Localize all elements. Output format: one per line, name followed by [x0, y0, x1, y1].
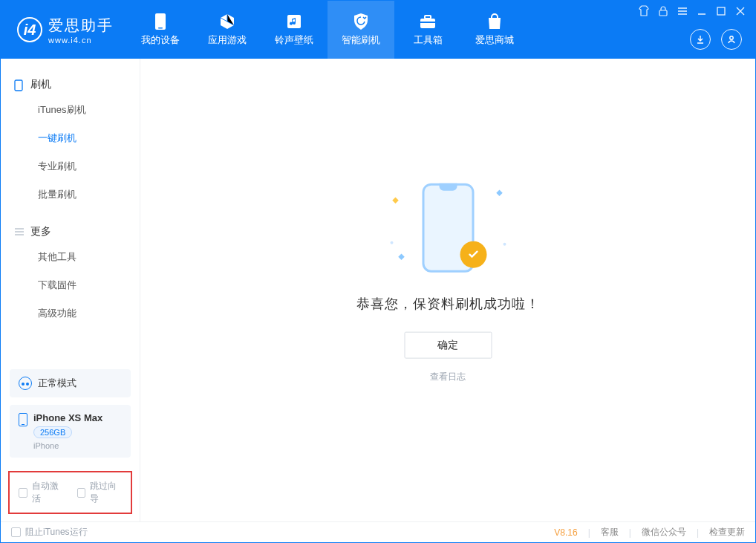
checkbox-label: 跳过向导: [90, 480, 122, 505]
footer-link-wechat[interactable]: 微信公众号: [642, 526, 686, 539]
success-illustration: [388, 177, 507, 281]
nav-label: 爱思商城: [475, 33, 514, 47]
svg-point-8: [730, 36, 733, 39]
shield-icon: [352, 13, 370, 30]
list-icon: [14, 227, 25, 237]
sidebar-group-flash: 刷机 iTunes刷机 一键刷机 专业刷机 批量刷机: [1, 68, 140, 215]
device-panel: 正常模式 iPhone XS Max 256GB iPhone: [1, 369, 140, 471]
device-type: iPhone: [33, 441, 102, 450]
ok-button[interactable]: 确定: [404, 331, 492, 358]
checkbox-auto-activate[interactable]: 自动激活: [19, 480, 64, 505]
footer-link-service[interactable]: 客服: [601, 526, 619, 539]
device-card[interactable]: iPhone XS Max 256GB iPhone: [10, 405, 131, 458]
sidebar-item-itunes[interactable]: iTunes刷机: [1, 96, 140, 124]
svg-rect-4: [425, 16, 431, 19]
user-button[interactable]: [721, 29, 742, 50]
close-icon[interactable]: [734, 5, 746, 17]
sidebar: 刷机 iTunes刷机 一键刷机 专业刷机 批量刷机 更多 其他工具 下载固件 …: [1, 59, 140, 521]
bag-icon: [486, 13, 504, 30]
sidebar-item-batch[interactable]: 批量刷机: [1, 181, 140, 209]
nav-ringtones[interactable]: 铃声壁纸: [261, 1, 328, 59]
body: 刷机 iTunes刷机 一键刷机 专业刷机 批量刷机 更多 其他工具 下载固件 …: [1, 59, 755, 521]
sidebar-group-more: 更多 其他工具 下载固件 高级功能: [1, 215, 140, 334]
toolbox-icon: [419, 13, 437, 30]
logo-text: 爱思助手 www.i4.cn: [48, 16, 114, 45]
sidebar-head-more[interactable]: 更多: [1, 221, 140, 243]
minimize-icon[interactable]: [696, 5, 708, 17]
app-site: www.i4.cn: [48, 36, 114, 45]
device-name: iPhone XS Max: [33, 412, 102, 423]
nav-toolbox[interactable]: 工具箱: [394, 1, 461, 59]
top-nav: 我的设备 应用游戏 铃声壁纸 智能刷机 工具箱 爱思商城: [127, 1, 528, 59]
sidebar-item-advanced[interactable]: 高级功能: [1, 299, 140, 328]
nav-apps[interactable]: 应用游戏: [194, 1, 261, 59]
phone-outline-icon: [14, 79, 25, 90]
sidebar-item-firmware[interactable]: 下载固件: [1, 271, 140, 299]
footer-link-update[interactable]: 检查更新: [709, 526, 745, 539]
svg-rect-3: [420, 19, 435, 28]
svg-rect-7: [717, 7, 725, 15]
maximize-icon[interactable]: [715, 5, 727, 17]
logo-icon: i4: [17, 17, 42, 42]
svg-rect-6: [659, 10, 667, 16]
sidebar-group-title: 刷机: [30, 78, 51, 91]
svg-rect-1: [158, 27, 163, 29]
nav-label: 智能刷机: [342, 33, 380, 47]
nav-label: 铃声壁纸: [275, 33, 313, 47]
checkmark-badge-icon: [460, 241, 486, 267]
nav-my-device[interactable]: 我的设备: [127, 1, 194, 59]
success-message: 恭喜您，保资料刷机成功啦！: [356, 294, 540, 312]
version-label: V8.16: [554, 527, 577, 538]
svg-rect-5: [420, 22, 435, 23]
music-icon: [285, 13, 303, 30]
nav-label: 我的设备: [141, 33, 180, 47]
svg-rect-0: [155, 13, 166, 30]
sidebar-head-flash[interactable]: 刷机: [1, 74, 140, 96]
checkbox-icon: [19, 488, 27, 498]
cube-icon: [218, 13, 236, 30]
nav-store[interactable]: 爱思商城: [461, 1, 528, 59]
success-panel: 恭喜您，保资料刷机成功啦！ 确定 查看日志: [356, 177, 540, 383]
device-info: iPhone XS Max 256GB iPhone: [33, 412, 102, 450]
app-header: i4 爱思助手 www.i4.cn 我的设备 应用游戏 铃声壁纸 智能刷机 工具…: [1, 1, 755, 59]
sidebar-group-title: 更多: [30, 225, 51, 238]
sidebar-scroll: 刷机 iTunes刷机 一键刷机 专业刷机 批量刷机 更多 其他工具 下载固件 …: [1, 59, 140, 369]
lock-icon[interactable]: [657, 5, 669, 17]
footer-right: V8.16 | 客服 | 微信公众号 | 检查更新: [554, 526, 745, 539]
view-log-link[interactable]: 查看日志: [430, 370, 466, 383]
checkbox-icon: [77, 488, 86, 498]
header-actions: [690, 29, 742, 50]
option-row-highlighted: 自动激活 跳过向导: [8, 471, 132, 514]
svg-rect-2: [287, 15, 301, 28]
checkbox-block-itunes[interactable]: 阻止iTunes运行: [11, 526, 88, 539]
nav-flash[interactable]: 智能刷机: [328, 1, 394, 59]
mode-label: 正常模式: [38, 377, 76, 390]
app-name: 爱思助手: [48, 16, 114, 36]
nav-label: 应用游戏: [208, 33, 247, 47]
tshirt-icon[interactable]: [638, 5, 650, 17]
download-button[interactable]: [690, 29, 711, 50]
menu-icon[interactable]: [677, 5, 688, 17]
logo[interactable]: i4 爱思助手 www.i4.cn: [1, 16, 121, 45]
phone-icon: [19, 413, 27, 426]
device-storage: 256GB: [33, 426, 72, 438]
mode-icon: [19, 377, 32, 390]
device-icon: [151, 13, 169, 30]
checkbox-label: 阻止iTunes运行: [25, 526, 88, 539]
checkbox-icon: [11, 527, 21, 537]
mode-card[interactable]: 正常模式: [10, 369, 131, 397]
status-bar: 阻止iTunes运行 V8.16 | 客服 | 微信公众号 | 检查更新: [1, 521, 755, 542]
sidebar-item-other[interactable]: 其他工具: [1, 243, 140, 271]
svg-rect-9: [15, 80, 22, 91]
checkbox-skip-guide[interactable]: 跳过向导: [77, 480, 123, 505]
sidebar-item-pro[interactable]: 专业刷机: [1, 152, 140, 181]
checkbox-label: 自动激活: [32, 480, 64, 505]
window-controls: [638, 5, 746, 17]
main-content: 恭喜您，保资料刷机成功啦！ 确定 查看日志: [140, 59, 755, 521]
sidebar-item-oneclick[interactable]: 一键刷机: [1, 124, 140, 152]
nav-label: 工具箱: [414, 33, 443, 47]
